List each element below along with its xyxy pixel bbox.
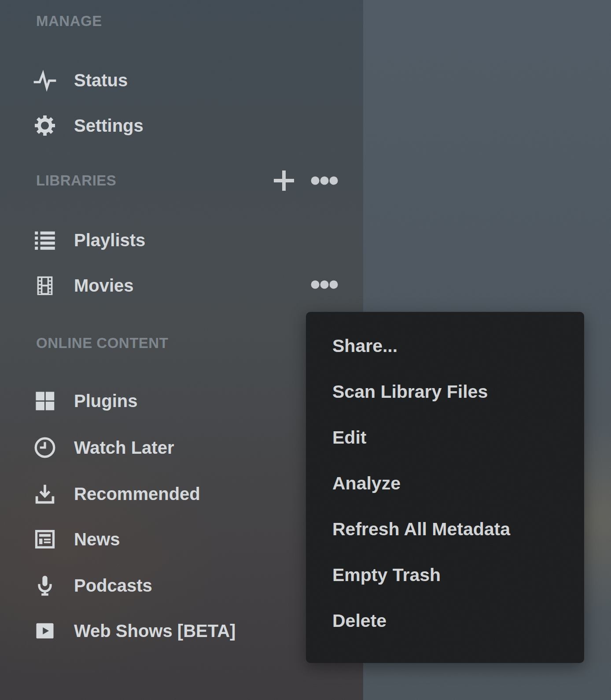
play-square-icon bbox=[33, 619, 56, 642]
film-icon bbox=[33, 274, 56, 297]
download-icon bbox=[33, 482, 56, 505]
section-header-libraries: LIBRARIES bbox=[36, 171, 116, 190]
microphone-icon bbox=[33, 574, 56, 597]
movies-more-button[interactable] bbox=[310, 278, 339, 291]
sidebar-item-label: Movies bbox=[74, 276, 134, 296]
playlist-icon bbox=[33, 229, 56, 252]
clock-icon bbox=[33, 436, 56, 459]
plex-sidebar-screen: MANAGE Status Settings LIBRARIES bbox=[0, 0, 611, 700]
sidebar-item-label: Web Shows [BETA] bbox=[74, 621, 236, 641]
section-header-online-content: ONLINE CONTENT bbox=[36, 334, 168, 352]
sidebar-item-recommended[interactable]: Recommended bbox=[33, 480, 200, 507]
sidebar-item-label: Status bbox=[74, 70, 128, 90]
sidebar-item-settings[interactable]: Settings bbox=[33, 112, 144, 139]
add-library-button[interactable] bbox=[271, 167, 297, 194]
sidebar-item-podcasts[interactable]: Podcasts bbox=[33, 572, 152, 599]
menu-item-edit[interactable]: Edit bbox=[306, 415, 584, 460]
sidebar-item-movies[interactable]: Movies bbox=[33, 272, 134, 299]
sidebar-item-watch-later[interactable]: Watch Later bbox=[33, 434, 174, 461]
menu-item-analyze[interactable]: Analyze bbox=[306, 460, 584, 506]
sidebar-item-label: Playlists bbox=[74, 230, 145, 250]
menu-item-empty-trash[interactable]: Empty Trash bbox=[306, 552, 584, 598]
sidebar-item-label: Podcasts bbox=[74, 576, 152, 596]
menu-item-scan-library-files[interactable]: Scan Library Files bbox=[306, 369, 584, 415]
sidebar-item-label: News bbox=[74, 530, 120, 549]
activity-icon bbox=[33, 69, 56, 92]
news-icon bbox=[33, 528, 56, 551]
menu-item-share[interactable]: Share... bbox=[306, 323, 584, 369]
libraries-more-button[interactable] bbox=[310, 174, 339, 187]
sidebar-item-label: Settings bbox=[74, 116, 144, 136]
plus-icon bbox=[273, 170, 295, 192]
grid-icon bbox=[33, 389, 56, 412]
sidebar-item-label: Plugins bbox=[74, 391, 137, 411]
ellipsis-icon bbox=[310, 279, 339, 290]
sidebar-item-label: Watch Later bbox=[74, 438, 174, 458]
ellipsis-icon bbox=[310, 175, 339, 186]
menu-item-refresh-all-metadata[interactable]: Refresh All Metadata bbox=[306, 506, 584, 552]
sidebar-item-plugins[interactable]: Plugins bbox=[33, 387, 137, 415]
section-header-manage: MANAGE bbox=[36, 12, 102, 30]
sidebar-item-status[interactable]: Status bbox=[33, 67, 128, 94]
sidebar-item-playlists[interactable]: Playlists bbox=[33, 226, 145, 254]
library-context-menu: Share... Scan Library Files Edit Analyze… bbox=[306, 312, 584, 663]
gear-icon bbox=[33, 114, 56, 137]
sidebar-item-label: Recommended bbox=[74, 484, 200, 504]
sidebar-item-news[interactable]: News bbox=[33, 526, 120, 553]
sidebar-item-web-shows[interactable]: Web Shows [BETA] bbox=[33, 617, 236, 644]
menu-item-delete[interactable]: Delete bbox=[306, 598, 584, 644]
